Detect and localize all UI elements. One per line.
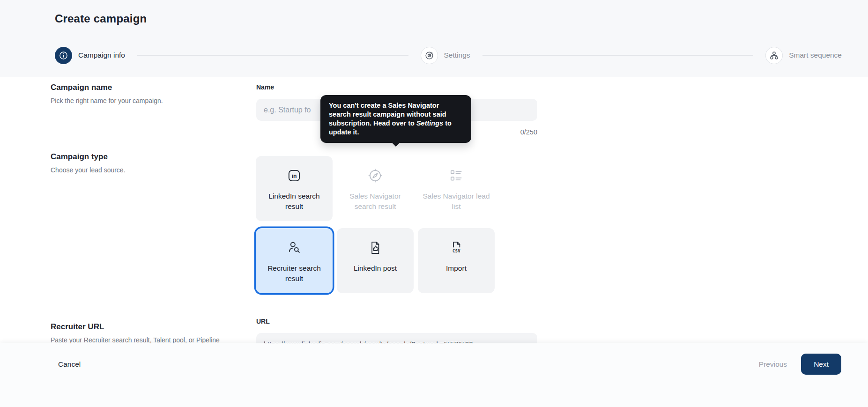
footer-right-group: Previous Next <box>759 354 841 375</box>
step-smart-sequence[interactable]: Smart sequence <box>765 47 842 64</box>
compass-icon <box>367 166 383 185</box>
step-label-campaign-info: Campaign info <box>78 51 125 59</box>
sequence-icon <box>765 47 783 64</box>
lead-list-icon <box>448 166 464 185</box>
create-campaign-page: Create campaign Campaign info <box>0 0 868 407</box>
user-search-icon <box>286 238 302 257</box>
card-sales-navigator-search-result: Sales Navigator search result <box>337 156 414 221</box>
name-field-label: Name <box>256 83 274 91</box>
target-icon <box>421 47 438 64</box>
csv-file-icon: CSV <box>448 238 464 257</box>
recruiter-url-title: Recruiter URL <box>51 322 233 332</box>
stepper-connector <box>137 55 408 56</box>
card-linkedin-search-result[interactable]: in LinkedIn search result <box>256 156 333 221</box>
cancel-button[interactable]: Cancel <box>58 360 81 369</box>
svg-text:in: in <box>292 173 297 179</box>
footer: Cancel Previous Next <box>0 343 868 407</box>
card-sales-navigator-lead-list: Sales Navigator lead list <box>418 156 495 221</box>
card-import[interactable]: CSV Import <box>418 228 495 293</box>
card-label: LinkedIn post <box>350 263 401 274</box>
post-thumb-icon <box>367 238 383 257</box>
subscription-tooltip: You can't create a Sales Navigator searc… <box>320 95 471 143</box>
step-label-smart-sequence: Smart sequence <box>789 51 842 59</box>
step-settings[interactable]: Settings <box>421 47 470 64</box>
next-button[interactable]: Next <box>801 354 841 375</box>
stepper-connector <box>482 55 754 56</box>
footer-actions: Cancel Previous Next <box>58 354 841 375</box>
card-label: LinkedIn search result <box>256 191 333 211</box>
campaign-name-title: Campaign name <box>51 83 238 92</box>
linkedin-icon: in <box>286 166 302 185</box>
info-icon <box>55 47 72 64</box>
previous-button[interactable]: Previous <box>759 360 787 369</box>
topbar: Create campaign Campaign info <box>0 0 868 77</box>
card-label: Import <box>442 263 470 274</box>
campaign-type-grid: in LinkedIn search result Sales Navigato… <box>256 156 537 293</box>
tooltip-text-italic: Settings <box>416 119 443 127</box>
tooltip-arrow <box>392 143 400 147</box>
card-recruiter-search-result[interactable]: Recruiter search result <box>256 228 333 293</box>
campaign-name-description: Pick the right name for your campaign. <box>51 96 238 105</box>
campaign-type-section-header: Campaign type Choose your lead source. <box>51 152 238 175</box>
campaign-name-section-header: Campaign name Pick the right name for yo… <box>51 83 238 105</box>
card-label: Recruiter search result <box>256 263 333 283</box>
campaign-type-description: Choose your lead source. <box>51 166 238 175</box>
card-linkedin-post[interactable]: LinkedIn post <box>337 228 414 293</box>
campaign-type-title: Campaign type <box>51 152 238 162</box>
svg-text:CSV: CSV <box>453 249 460 253</box>
url-field-label: URL <box>256 318 270 325</box>
card-label: Sales Navigator search result <box>337 191 414 211</box>
page-title: Create campaign <box>55 12 147 25</box>
stepper: Campaign info Settings <box>55 46 842 64</box>
card-label: Sales Navigator lead list <box>418 191 495 211</box>
step-campaign-info[interactable]: Campaign info <box>55 47 125 64</box>
step-label-settings: Settings <box>444 51 470 59</box>
